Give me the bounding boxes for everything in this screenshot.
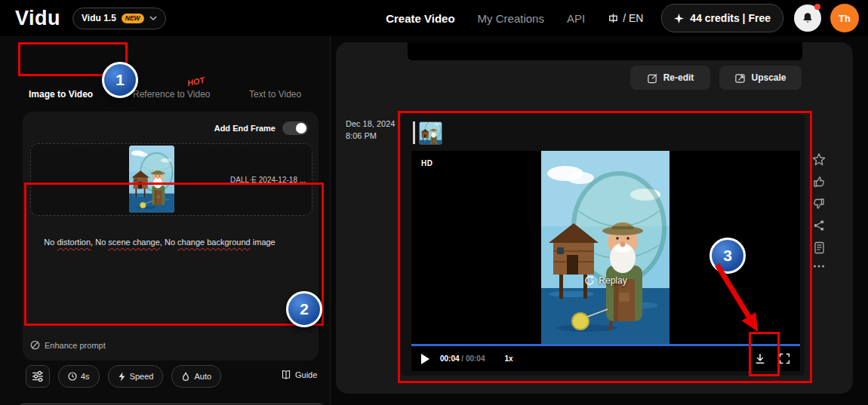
player-controls: 00:04 / 00:04 1x — [411, 346, 800, 371]
favorite-star-icon[interactable] — [812, 152, 826, 166]
duration-button[interactable]: 4s — [58, 365, 100, 388]
main-nav: Create Video My Creations API / EN — [386, 12, 643, 25]
thumbnail-accent-bar — [413, 121, 415, 144]
annotation-step-1: 1 — [102, 62, 138, 98]
replay-label: Replay — [599, 275, 626, 286]
tab-text-to-video[interactable]: Text to Video — [249, 89, 301, 100]
edit-icon — [647, 72, 658, 84]
speed-label: Speed — [130, 372, 154, 381]
model-version-label: Vidu 1.5 — [82, 13, 116, 23]
credits-button[interactable]: 44 credits | Free — [661, 4, 783, 32]
annotation-step-2-number: 2 — [300, 300, 309, 318]
credits-label: 44 credits | Free — [690, 12, 771, 24]
nav-api[interactable]: API — [567, 12, 585, 25]
toggle-knob — [296, 123, 306, 133]
notes-icon[interactable] — [813, 241, 825, 254]
more-options-icon[interactable] — [813, 264, 825, 268]
fisherman-image — [420, 122, 442, 144]
upscale-label: Upscale — [751, 72, 786, 83]
previous-video-strip — [408, 42, 802, 60]
lang-en-label: / EN — [623, 12, 643, 24]
enhance-prompt-label: Enhance prompt — [45, 341, 106, 350]
tab-reference-to-video[interactable]: Reference to Video HOT — [133, 89, 211, 100]
fisherman-video-frame — [541, 151, 669, 344]
nav-create-video[interactable]: Create Video — [386, 12, 454, 25]
time-display: 00:04 / 00:04 — [440, 354, 485, 363]
creation-actions-column — [812, 152, 826, 268]
replay-button[interactable]: Replay — [411, 275, 800, 286]
left-panel: Image to Video Reference to Video HOT Te… — [0, 36, 331, 405]
auto-label: Auto — [194, 372, 211, 381]
source-image-thumbnail[interactable] — [419, 121, 442, 145]
prompt-input[interactable]: No distortion, No scene change, No chang… — [30, 226, 309, 259]
hot-badge: HOT — [186, 75, 205, 88]
notification-dot — [814, 4, 820, 10]
lightning-icon — [118, 372, 126, 382]
guide-label: Guide — [295, 370, 317, 379]
nav-my-creations[interactable]: My Creations — [478, 12, 544, 25]
re-edit-button[interactable]: Re-edit — [630, 66, 710, 90]
auto-button[interactable]: Auto — [171, 365, 221, 388]
prompt-text-marked: scene change — [108, 238, 160, 247]
vidu-logo: Vidu — [15, 7, 60, 30]
add-end-frame-toggle[interactable] — [282, 121, 308, 135]
generation-form: Add End Frame DALL·E 2024-12-18 ... No d… — [23, 112, 319, 361]
sparkle-icon — [674, 14, 684, 23]
download-icon[interactable] — [753, 352, 767, 365]
total-time: / 00:04 — [461, 354, 485, 363]
re-edit-label: Re-edit — [663, 72, 694, 83]
share-icon[interactable] — [813, 219, 825, 232]
add-end-frame-label: Add End Frame — [214, 124, 275, 133]
speed-button[interactable]: Speed — [108, 365, 164, 388]
annotation-step-3-number: 3 — [723, 247, 732, 265]
prompt-text: , No — [160, 238, 177, 247]
new-badge: NEW — [122, 14, 144, 23]
avatar[interactable]: Th — [830, 4, 859, 32]
add-end-frame-row: Add End Frame — [214, 121, 308, 135]
prompt-text: No — [44, 238, 57, 247]
play-button[interactable] — [421, 354, 429, 364]
prompt-text-marked: change background — [177, 238, 251, 247]
guide-link[interactable]: Guide — [281, 369, 317, 380]
creation-timestamp: Dec 18, 2024 8:06 PM — [346, 118, 395, 142]
annotation-step-2: 2 — [286, 291, 322, 327]
generation-controls: 4s Speed Auto — [26, 365, 221, 388]
model-version-selector[interactable]: Vidu 1.5 NEW — [72, 8, 166, 29]
player-right-controls — [753, 352, 790, 365]
settings-button[interactable] — [26, 365, 50, 388]
notifications-button[interactable] — [794, 5, 821, 32]
annotation-step-1-number: 1 — [115, 71, 125, 89]
bell-icon — [801, 11, 814, 25]
prompt-text: , No — [91, 238, 108, 247]
enhance-prompt-toggle[interactable]: Enhance prompt — [30, 340, 106, 350]
annotation-step-3: 3 — [709, 238, 746, 274]
prompt-text: image — [251, 238, 275, 247]
lang-zh-icon — [608, 13, 619, 24]
image-upload-area[interactable]: DALL·E 2024-12-18 ... — [30, 143, 312, 216]
creation-date: Dec 18, 2024 — [346, 118, 395, 130]
chevron-down-icon — [149, 16, 157, 20]
clock-icon — [68, 372, 77, 381]
book-icon — [281, 369, 291, 380]
uploaded-image-thumbnail[interactable] — [129, 146, 174, 213]
circle-slash-icon — [30, 340, 40, 350]
upscale-button[interactable]: Upscale — [719, 66, 802, 90]
prompt-text-marked: distortion — [57, 238, 91, 247]
playback-rate-button[interactable]: 1x — [505, 354, 513, 363]
tab-image-to-video[interactable]: Image to Video — [29, 89, 93, 100]
top-header: Vidu Vidu 1.5 NEW Create Video My Creati… — [0, 0, 868, 36]
creation-time: 8:06 PM — [346, 130, 395, 142]
language-toggle[interactable]: / EN — [608, 12, 643, 24]
tab-reference-label: Reference to Video — [133, 89, 211, 100]
avatar-initials: Th — [839, 13, 851, 24]
sliders-icon — [32, 370, 44, 382]
fullscreen-icon[interactable] — [779, 353, 790, 364]
fisherman-image — [129, 146, 174, 213]
duration-label: 4s — [81, 372, 90, 381]
thumbs-up-icon[interactable] — [813, 176, 825, 188]
video-frame — [541, 151, 669, 344]
quality-badge: HD — [421, 159, 432, 167]
replay-icon — [584, 275, 595, 286]
thumbs-down-icon[interactable] — [813, 198, 825, 210]
current-time: 00:04 — [440, 354, 460, 363]
